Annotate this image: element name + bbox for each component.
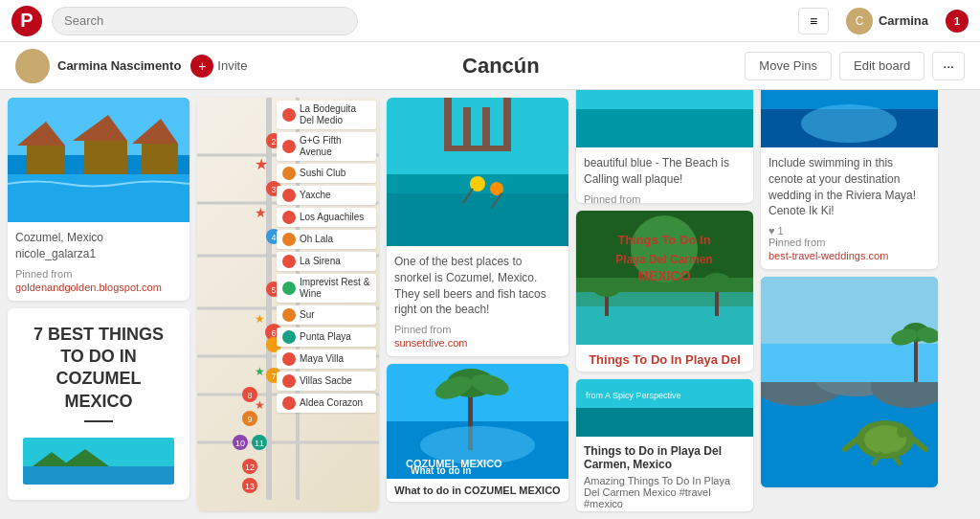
list-item: Sushi Club	[277, 164, 376, 183]
like-icon: ♥	[768, 225, 775, 237]
map-marker-icon	[282, 282, 296, 295]
list-item: Villas Sacbe	[277, 372, 376, 391]
pin-image	[387, 98, 568, 246]
pin-card-cenote[interactable]: Include swimming in this cenote at your …	[761, 90, 938, 269]
svg-text:★: ★	[255, 312, 265, 326]
svg-rect-101	[761, 344, 938, 382]
svg-point-1	[20, 69, 45, 83]
map-marker-icon	[282, 108, 296, 122]
pin-title: Things To Do In Playa Del Carmen MEXICO	[584, 352, 746, 371]
list-item: La Bodeguita Del Medio	[277, 101, 376, 129]
pin-column-1: Cozumel, Mexico nicole_galarza1 Pinned f…	[8, 98, 189, 511]
svg-rect-90	[576, 408, 753, 437]
hamburger-icon: ≡	[810, 13, 817, 29]
svg-point-94	[801, 104, 897, 143]
pin-big-text: 7 BEST THINGS TO DO IN COZUMEL MEXICO	[23, 324, 174, 414]
svg-text:★: ★	[255, 205, 267, 220]
svg-text:8: 8	[247, 391, 252, 400]
map-marker-icon	[282, 308, 296, 322]
pin-card[interactable]: from A Spicy Perspective Things to Do in…	[576, 379, 753, 511]
hamburger-menu-button[interactable]: ≡	[798, 8, 829, 34]
pin-description: beautiful blue - The Beach is Calling wa…	[584, 155, 746, 188]
pin-description: Cozumel, Mexico nicole_galarza1	[15, 230, 182, 262]
map-marker-icon	[282, 374, 296, 388]
pin-image: from A Spicy Perspective	[576, 379, 753, 437]
edit-board-button[interactable]: Edit board	[839, 52, 924, 80]
board-content: Cozumel, Mexico nicole_galarza1 Pinned f…	[0, 90, 980, 519]
board-owner-avatar	[15, 49, 50, 83]
nav-avatar: C	[846, 8, 873, 34]
search-input[interactable]	[52, 7, 358, 35]
svg-point-63	[490, 182, 503, 195]
list-item: Maya Villa	[277, 350, 376, 369]
pin-card[interactable]: One of the best places to snorkel is Coz…	[387, 98, 568, 356]
more-options-button[interactable]: ···	[932, 52, 965, 80]
pin-text: Things To Do In Playa Del Carmen MEXICO	[576, 345, 753, 371]
board-owner-name: Carmina Nascimento	[57, 58, 181, 73]
pin-source-label: Pinned from	[768, 237, 930, 248]
top-navigation: P ≡ C Carmina 1	[0, 0, 980, 42]
map-marker-icon	[282, 140, 296, 153]
pin-description: One of the best places to snorkel is Coz…	[394, 254, 561, 318]
map-marker-icon	[282, 189, 296, 202]
pin-card-text[interactable]: 7 BEST THINGS TO DO IN COZUMEL MEXICO	[8, 308, 189, 500]
list-item: Punta Playa	[277, 327, 376, 347]
nav-user-area[interactable]: C Carmina	[838, 4, 936, 38]
map-marker-icon	[282, 352, 296, 366]
svg-rect-60	[463, 107, 471, 151]
pin-source-label: Pinned from	[584, 193, 746, 204]
pin-source-url: sunsetdive.com	[394, 337, 561, 349]
svg-text:★: ★	[255, 398, 265, 412]
board-user-info: Carmina Nascimento	[15, 49, 181, 83]
pin-image: Things To Do In Playa Del Carmen MEXICO	[576, 211, 753, 345]
pin-image	[576, 90, 753, 147]
invite-label: Invite	[217, 58, 247, 73]
svg-point-0	[25, 56, 40, 71]
pin-text: Things to Do in Playa Del Carmen, Mexico…	[576, 437, 753, 511]
pin-text: What to do in COZUMEL MEXICO	[387, 479, 568, 502]
pin-card[interactable]: What to do in COZUMEL MEXICO What to do …	[387, 364, 568, 502]
svg-text:13: 13	[245, 482, 255, 491]
svg-text:12: 12	[245, 463, 255, 472]
pin-column-2: ★ ★ ★ ★ ★ 2 3 4 5 6	[197, 98, 379, 511]
pinterest-logo[interactable]: P	[11, 6, 42, 36]
svg-rect-84	[576, 292, 753, 345]
map-marker-icon	[282, 211, 296, 224]
notification-badge[interactable]: 1	[946, 10, 969, 33]
pin-image: What to do in COZUMEL MEXICO	[387, 364, 568, 479]
svg-rect-59	[503, 98, 511, 151]
pin-source-label: Pinned from	[15, 268, 182, 280]
svg-text:Things To Do In: Things To Do In	[617, 233, 710, 247]
map-marker-icon	[282, 396, 296, 410]
pin-description: Things to Do in Playa Del Carmen, Mexico	[584, 444, 746, 471]
map-marker-icon	[282, 255, 296, 268]
map-marker-icon	[282, 330, 296, 344]
invite-button[interactable]: + Invite	[181, 49, 256, 83]
list-item: Yaxche	[277, 186, 376, 205]
svg-rect-57	[444, 146, 511, 151]
svg-text:COZUMEL MEXICO: COZUMEL MEXICO	[406, 458, 502, 469]
list-item: Oh Lala	[277, 230, 376, 249]
list-item: G+G Fifth Avenue	[277, 132, 376, 161]
pin-likes: ♥ 1	[768, 225, 930, 237]
pin-subdescription: Amazing Things To Do In Playa Del Carmen…	[584, 475, 746, 509]
pin-card-playa[interactable]: Things To Do In Playa Del Carmen MEXICO …	[576, 211, 753, 371]
svg-text:MEXICO: MEXICO	[637, 268, 690, 283]
svg-rect-6	[84, 141, 127, 174]
pin-text: Include swimming in this cenote at your …	[761, 147, 938, 269]
pin-source-url: goldenandgolden.blogspot.com	[15, 282, 182, 293]
pin-card-partial[interactable]: beautiful blue - The Beach is Calling wa…	[576, 90, 753, 203]
svg-text:11: 11	[255, 439, 264, 448]
svg-text:Playa Del Carmen: Playa Del Carmen	[615, 253, 712, 266]
pin-column-5: Include swimming in this cenote at your …	[761, 98, 938, 511]
svg-text:9: 9	[247, 415, 252, 424]
map-marker-icon	[282, 233, 296, 246]
nav-username: Carmina	[879, 13, 928, 28]
pin-card[interactable]: Cozumel, Mexico nicole_galarza1 Pinned f…	[8, 98, 189, 301]
pin-card-map[interactable]: ★ ★ ★ ★ ★ 2 3 4 5 6	[197, 98, 379, 511]
move-pins-button[interactable]: Move Pins	[745, 52, 832, 80]
svg-text:★: ★	[255, 156, 268, 172]
pin-image	[8, 98, 189, 222]
svg-point-86	[592, 278, 621, 297]
pin-card-turtle[interactable]	[761, 277, 938, 487]
